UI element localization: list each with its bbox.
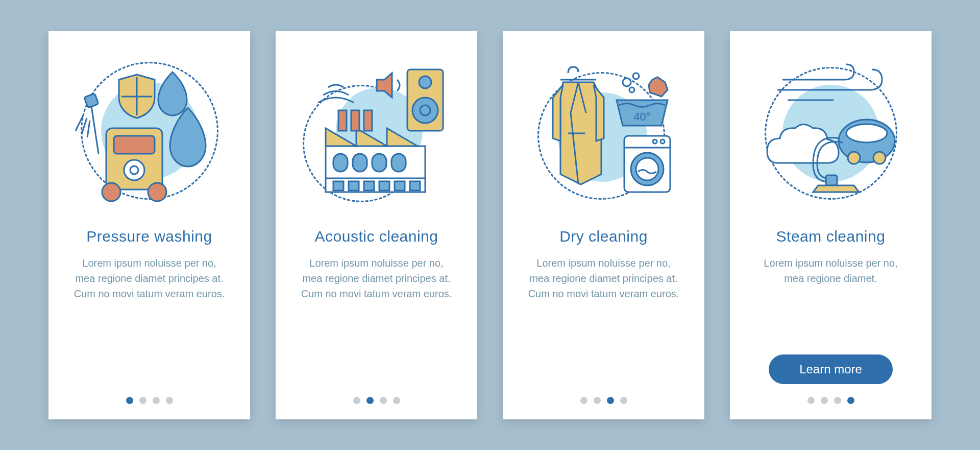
- svg-point-46: [873, 152, 886, 164]
- svg-rect-9: [84, 93, 98, 107]
- svg-rect-27: [349, 181, 359, 191]
- card-body: Lorem ipsum noluisse per no, mea regione…: [69, 255, 230, 397]
- dot-1[interactable]: [366, 397, 374, 404]
- card-title: Steam cleaning: [776, 228, 886, 245]
- onboarding-cards: Pressure washing Lorem ipsum noluisse pe…: [28, 11, 952, 440]
- svg-point-34: [623, 78, 631, 86]
- svg-rect-31: [410, 181, 420, 191]
- dot-1[interactable]: [594, 397, 601, 404]
- page-dots: [353, 397, 400, 404]
- dot-0[interactable]: [126, 397, 133, 404]
- dot-2[interactable]: [153, 397, 160, 404]
- dot-0[interactable]: [580, 397, 587, 404]
- temp-label: 40°: [633, 110, 650, 123]
- svg-point-35: [633, 73, 639, 79]
- dot-3[interactable]: [393, 397, 400, 404]
- svg-rect-29: [379, 181, 389, 191]
- dot-1[interactable]: [139, 397, 146, 404]
- svg-rect-30: [395, 181, 405, 191]
- svg-rect-28: [364, 181, 374, 191]
- svg-rect-20: [364, 110, 372, 131]
- dot-2[interactable]: [607, 397, 614, 404]
- svg-rect-22: [353, 154, 367, 172]
- dot-2[interactable]: [380, 397, 387, 404]
- svg-rect-26: [333, 181, 344, 191]
- svg-point-45: [848, 152, 860, 164]
- svg-point-14: [419, 76, 431, 88]
- svg-point-36: [629, 87, 634, 92]
- card-body: Lorem ipsum noluisse per no, mea regione…: [523, 255, 684, 397]
- svg-rect-19: [351, 110, 359, 131]
- svg-rect-23: [372, 154, 386, 172]
- dot-0[interactable]: [807, 397, 815, 404]
- steam-cleaning-icon: [752, 52, 910, 210]
- svg-rect-47: [826, 175, 837, 185]
- svg-line-10: [76, 115, 83, 131]
- svg-point-4: [124, 160, 144, 180]
- card-title: Pressure washing: [86, 228, 212, 245]
- dry-cleaning-icon: 40°: [525, 52, 683, 210]
- svg-point-44: [846, 124, 887, 143]
- page-dots: [807, 397, 854, 404]
- svg-rect-21: [333, 154, 348, 172]
- dot-2[interactable]: [834, 397, 841, 404]
- svg-point-42: [636, 158, 658, 180]
- learn-more-button[interactable]: Learn more: [769, 354, 893, 384]
- card-steam-cleaning: Steam cleaning Lorem ipsum noluisse per …: [730, 31, 932, 419]
- dot-3[interactable]: [847, 397, 854, 404]
- svg-line-8: [91, 103, 99, 154]
- dot-3[interactable]: [620, 397, 627, 404]
- page-dots: [580, 397, 627, 404]
- dot-1[interactable]: [821, 397, 828, 404]
- card-body: Lorem ipsum noluisse per no, mea regione…: [296, 255, 457, 397]
- card-dry-cleaning: 40° Dry cleaning Lorem ipsum noluisse pe…: [503, 31, 704, 419]
- card-acoustic-cleaning: Acoustic cleaning Lorem ipsum noluisse p…: [276, 31, 477, 419]
- svg-rect-24: [391, 154, 406, 172]
- svg-line-11: [82, 118, 87, 134]
- dot-3[interactable]: [166, 397, 173, 404]
- card-pressure-washing: Pressure washing Lorem ipsum noluisse pe…: [48, 31, 250, 419]
- acoustic-cleaning-icon: [298, 52, 456, 210]
- card-body: Lorem ipsum noluisse per no, mea regione…: [750, 255, 911, 347]
- svg-point-7: [148, 183, 166, 201]
- svg-point-15: [412, 98, 438, 123]
- page-dots: [126, 397, 173, 404]
- svg-line-12: [87, 121, 90, 137]
- card-title: Acoustic cleaning: [315, 228, 438, 245]
- svg-point-6: [102, 183, 120, 201]
- dot-0[interactable]: [353, 397, 360, 404]
- svg-rect-3: [114, 136, 155, 154]
- card-title: Dry cleaning: [559, 228, 648, 245]
- svg-rect-18: [338, 110, 347, 131]
- pressure-washing-icon: [70, 52, 229, 210]
